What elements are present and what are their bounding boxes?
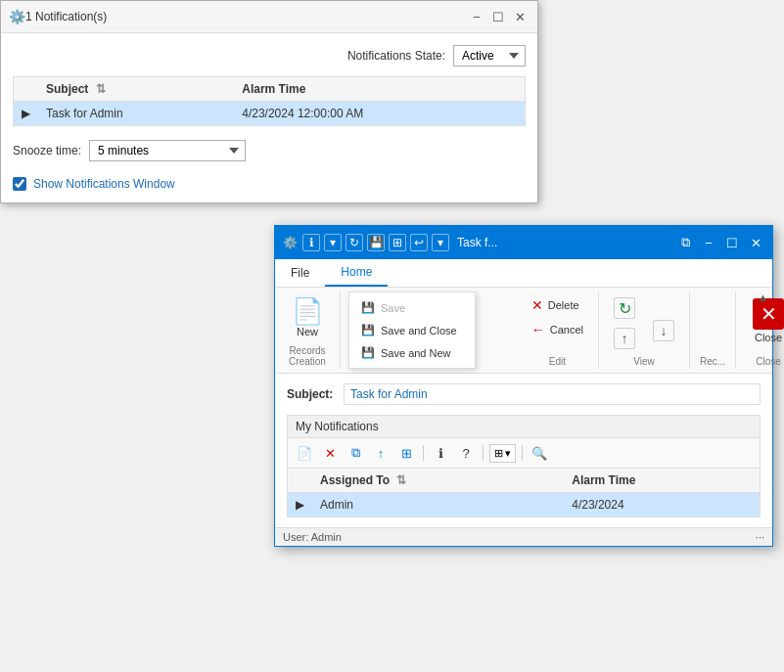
- notif-alarm-header: Alarm Time: [564, 469, 760, 493]
- new-button-label: New: [297, 326, 318, 337]
- toolbar-separator3: [522, 445, 523, 461]
- records-group-content: 📄 New: [283, 293, 332, 342]
- task-titlebar: ⚙️ ℹ ▾ ↻ 💾 ⊞ ↩ ▾ Task f... ⧉ − ☐ ✕: [275, 226, 772, 259]
- assigned-sort-icon[interactable]: ⇅: [396, 473, 406, 487]
- show-notif-checkbox[interactable]: [13, 177, 26, 191]
- task-maximize-button[interactable]: ☐: [721, 232, 743, 253]
- ribbon-group-records: 📄 New Records Creation: [275, 291, 341, 369]
- tab-file[interactable]: File: [275, 259, 325, 287]
- notif-window-title: 1 Notification(s): [25, 10, 465, 23]
- subject-input[interactable]: [344, 383, 761, 405]
- edit-group-content: ✕ Delete ← Cancel: [525, 293, 590, 353]
- task-info-icon[interactable]: ℹ: [302, 234, 320, 251]
- save-close-icon: 💾: [361, 324, 375, 336]
- table-row[interactable]: ▶ Admin 4/23/2024: [288, 493, 760, 517]
- minimize-button[interactable]: −: [467, 7, 486, 26]
- edit-group-label: Edit: [549, 356, 566, 367]
- notif-state-label: Notifications State:: [347, 49, 445, 63]
- show-notif-row: Show Notifications Window: [13, 177, 526, 191]
- cancel-icon: ←: [531, 322, 545, 337]
- notif-group-btn[interactable]: ⊞: [395, 442, 417, 464]
- down-icon: ↓: [653, 320, 674, 341]
- view-dropdown-arrow: ▾: [505, 447, 511, 460]
- notif-assign-btn[interactable]: ⧉: [345, 442, 366, 464]
- assigned-to-header: Assigned To ⇅: [312, 469, 564, 493]
- subject-label: Subject:: [287, 387, 336, 401]
- ribbon: File Home 📄 New Records Creation: [275, 259, 772, 374]
- assigned-to-cell: Admin: [312, 493, 564, 517]
- close-button[interactable]: ✕: [510, 7, 530, 26]
- notif-new-btn[interactable]: 📄: [294, 442, 315, 464]
- task-window: ⚙️ ℹ ▾ ↻ 💾 ⊞ ↩ ▾ Task f... ⧉ − ☐ ✕ File …: [274, 225, 773, 547]
- cancel-label: Cancel: [550, 324, 583, 336]
- down-button[interactable]: ↓: [646, 316, 681, 345]
- save-item[interactable]: 💾 Save: [349, 296, 475, 319]
- gear-icon: ⚙️: [9, 9, 25, 24]
- view-group-label: View: [633, 356, 655, 367]
- maximize-button[interactable]: ☐: [488, 7, 508, 26]
- ribbon-group-view: ↻ ↑ ↓ View: [599, 291, 690, 369]
- snooze-label: Snooze time:: [13, 144, 81, 157]
- task-minimize-button[interactable]: −: [698, 232, 719, 253]
- save-dropdown: 💾 Save 💾 Save and Close 💾 Save and New: [348, 291, 476, 369]
- notif-export-btn[interactable]: ↑: [370, 442, 392, 464]
- delete-label: Delete: [548, 299, 579, 311]
- save-new-icon: 💾: [361, 346, 375, 359]
- task-tile-button[interactable]: ⧉: [674, 232, 696, 253]
- notif-delete-btn[interactable]: ✕: [319, 442, 341, 464]
- new-icon: 📄: [292, 298, 323, 324]
- delete-button[interactable]: ✕ Delete: [525, 293, 590, 317]
- task-win-buttons: ⧉ − ☐ ✕: [674, 232, 766, 253]
- ribbon-tabs: File Home: [275, 259, 772, 288]
- ribbon-content: 📄 New Records Creation 💾 Save 💾: [275, 288, 772, 373]
- close-ribbon-label: Close: [755, 332, 782, 343]
- task-save-icon[interactable]: 💾: [367, 234, 385, 251]
- row-expander[interactable]: ▶: [14, 102, 39, 126]
- subject-cell: Task for Admin: [38, 102, 234, 126]
- notifications-window: ⚙️ 1 Notification(s) − ☐ ✕ Notifications…: [0, 0, 538, 203]
- notif-help-btn[interactable]: ?: [455, 442, 477, 464]
- new-button[interactable]: 📄 New: [283, 293, 332, 342]
- up-button[interactable]: ↑: [607, 324, 642, 353]
- snooze-select[interactable]: 5 minutes 10 minutes 15 minutes 30 minut…: [89, 140, 246, 161]
- save-new-label: Save and New: [381, 347, 451, 359]
- notif-search-btn[interactable]: 🔍: [529, 442, 550, 464]
- view-col: ↻ ↑: [607, 293, 642, 353]
- task-close-button[interactable]: ✕: [745, 232, 766, 253]
- show-notif-label[interactable]: Show Notifications Window: [33, 177, 175, 191]
- tab-home[interactable]: Home: [325, 259, 388, 287]
- notif-state-row: Notifications State: Active Inactive: [13, 45, 526, 67]
- task-grid-icon[interactable]: ⊞: [389, 234, 406, 251]
- save-close-item[interactable]: 💾 Save and Close: [349, 319, 475, 341]
- snooze-row: Snooze time: 5 minutes 10 minutes 15 min…: [13, 140, 526, 161]
- notif-row-expander[interactable]: ▶: [288, 493, 312, 517]
- rec-group-label: Rec...: [700, 356, 725, 367]
- table-row[interactable]: ▶ Task for Admin 4/23/2024 12:00:00 AM: [14, 102, 526, 126]
- refresh-button[interactable]: ↻: [607, 293, 642, 323]
- task-back-icon[interactable]: ↩: [410, 234, 428, 251]
- view-col2: ↓: [646, 293, 681, 345]
- notif-titlebar: ⚙️ 1 Notification(s) − ☐ ✕: [1, 1, 537, 33]
- cancel-button[interactable]: ← Cancel: [525, 318, 590, 341]
- save-item-label: Save: [381, 302, 405, 314]
- statusbar-dots: ···: [756, 531, 764, 543]
- toolbar-separator: [423, 445, 424, 461]
- task-title-icons: ⚙️ ℹ ▾ ↻ 💾 ⊞ ↩ ▾: [281, 234, 449, 251]
- task-arrow-icon[interactable]: ▾: [432, 234, 449, 251]
- notif-state-select[interactable]: Active Inactive: [453, 45, 526, 67]
- task-refresh-icon[interactable]: ↻: [346, 234, 363, 251]
- up-icon: ↑: [614, 328, 635, 349]
- subject-sort-icon[interactable]: ⇅: [96, 82, 106, 96]
- ribbon-collapse-icon[interactable]: ▲: [758, 291, 768, 303]
- notif-view-dropdown[interactable]: ⊞ ▾: [489, 444, 516, 463]
- task-statusbar: User: Admin ···: [275, 527, 772, 546]
- notif-info-btn[interactable]: ℹ: [430, 442, 451, 464]
- ribbon-group-edit: ✕ Delete ← Cancel Edit: [517, 291, 599, 369]
- notif-body: Notifications State: Active Inactive Sub…: [1, 33, 537, 202]
- save-new-item[interactable]: 💾 Save and New: [349, 341, 475, 364]
- view-group-content: ↻ ↑ ↓: [607, 293, 681, 353]
- subject-header: Subject ⇅: [38, 77, 234, 102]
- notif-table: Subject ⇅ Alarm Time ▶ Task for Admin 4/…: [13, 76, 526, 126]
- task-gear-icon: ⚙️: [281, 234, 299, 251]
- task-down-icon[interactable]: ▾: [324, 234, 342, 251]
